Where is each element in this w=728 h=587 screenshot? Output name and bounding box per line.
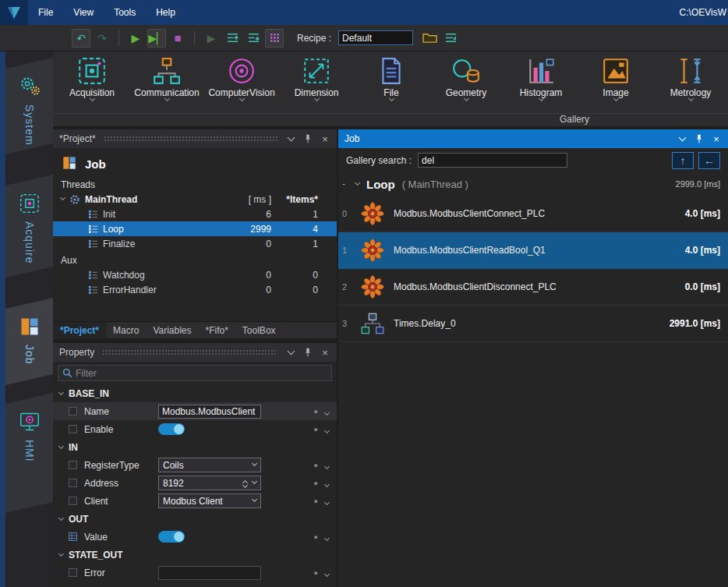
link-dot-icon[interactable]: ● <box>314 461 318 469</box>
pin-icon[interactable] <box>302 348 313 357</box>
chevron-down-icon[interactable] <box>58 550 64 556</box>
checkbox-icon[interactable] <box>69 479 77 487</box>
chevron-down-icon[interactable] <box>463 96 468 101</box>
chevron-down-icon[interactable] <box>58 443 64 448</box>
chevron-down-icon[interactable] <box>388 96 394 101</box>
chevron-down-icon[interactable] <box>58 515 64 520</box>
spinner-arrows-icon[interactable] <box>243 479 247 487</box>
recipe-input[interactable] <box>338 30 413 45</box>
link-dot-icon[interactable]: ● <box>314 408 318 415</box>
chevron-down-icon[interactable] <box>285 352 296 354</box>
chevron-down-icon[interactable] <box>538 96 543 101</box>
ribbon-item-communication[interactable]: Communication <box>139 56 195 101</box>
ribbon-item-metrology[interactable]: Metrology <box>663 56 719 101</box>
ribbon-item-dimension[interactable]: Dimension <box>288 56 345 101</box>
chevron-down-icon[interactable] <box>325 406 329 417</box>
tree-row-init[interactable]: Init 6 1 <box>53 207 337 221</box>
section-state-out[interactable]: STATE_OUT <box>53 546 337 564</box>
open-recipe-folder-button[interactable] <box>420 29 439 48</box>
job-item-disconnect[interactable]: 2 Modbus.ModbusClientDisconnect_PLC 0.0 … <box>338 269 728 306</box>
pin-icon[interactable] <box>694 134 705 143</box>
job-item-connect[interactable]: 0 Modbus.ModbusClientConnect_PLC 4.0 [ms… <box>338 196 728 232</box>
insert-above-button[interactable] <box>223 29 242 48</box>
ribbon-item-computervision[interactable]: ComputerVision <box>214 56 270 101</box>
chevron-down-icon[interactable] <box>164 96 169 101</box>
checkbox-icon[interactable] <box>69 461 77 469</box>
section-base-in[interactable]: BASE_IN <box>53 384 337 402</box>
tab-fifo[interactable]: *Fifo* <box>199 322 235 339</box>
chevron-down-icon[interactable] <box>677 138 687 140</box>
collapse-indicator[interactable]: - <box>342 179 348 189</box>
client-select[interactable]: Modbus Client <box>158 493 261 508</box>
link-dot-icon[interactable]: ● <box>314 479 318 487</box>
section-in[interactable]: IN <box>53 438 337 456</box>
close-icon[interactable]: × <box>320 133 330 145</box>
ribbon-item-acquisition[interactable]: Acquisition <box>64 56 120 101</box>
name-input[interactable] <box>158 405 261 419</box>
sidebar-tab-acquire[interactable]: Acquire <box>5 175 53 278</box>
ribbon-item-file[interactable]: File <box>363 56 419 101</box>
table-icon[interactable] <box>69 532 77 541</box>
job-item-readbool[interactable]: 1 Modbus.ModbusClientReadBool_Q1 4.0 [ms… <box>338 232 728 269</box>
chevron-down-icon[interactable] <box>325 460 329 471</box>
value-toggle[interactable] <box>158 531 185 543</box>
tab-macro[interactable]: Macro <box>106 322 146 339</box>
back-button[interactable]: ← <box>698 152 720 169</box>
ribbon-item-histogram[interactable]: Histogram <box>513 56 569 101</box>
gallery-toggle-button[interactable] <box>265 29 284 48</box>
job-item-delay[interactable]: 3 Times.Delay_0 2991.0 [ms] <box>338 306 728 342</box>
stop-button[interactable]: ■ <box>168 29 187 48</box>
tab-variables[interactable]: Variables <box>146 322 198 339</box>
chevron-down-icon[interactable] <box>325 532 329 543</box>
tree-row-errorhandler[interactable]: ErrorHandler 0 0 <box>53 282 337 297</box>
tree-row-mainthread[interactable]: MainThread [ ms ] *Items* <box>53 192 337 207</box>
sidebar-tab-system[interactable]: System <box>5 58 53 154</box>
chevron-down-icon[interactable] <box>325 496 329 507</box>
sidebar-tab-hmi[interactable]: HMI <box>5 393 53 513</box>
run-button[interactable]: ▶ <box>126 29 145 48</box>
section-out[interactable]: OUT <box>53 510 337 528</box>
menu-help[interactable]: Help <box>146 0 186 25</box>
redo-button[interactable]: ↷ <box>93 29 111 48</box>
close-icon[interactable]: × <box>320 347 330 359</box>
menu-view[interactable]: View <box>63 0 104 25</box>
tree-row-loop[interactable]: Loop 2999 4 <box>53 221 337 236</box>
tab-toolbox[interactable]: ToolBox <box>235 322 283 339</box>
chevron-down-icon[interactable] <box>325 478 329 489</box>
chevron-down-icon[interactable] <box>687 96 693 101</box>
address-spinner[interactable]: 8192 <box>158 476 261 490</box>
error-output-field[interactable] <box>158 566 261 580</box>
undo-button[interactable]: ↶ <box>72 29 90 48</box>
chevron-down-icon[interactable] <box>239 96 244 101</box>
chevron-down-icon[interactable] <box>285 138 296 140</box>
insert-below-button[interactable] <box>244 29 263 48</box>
chevron-down-icon[interactable] <box>60 195 65 200</box>
registertype-select[interactable]: Coils <box>158 458 261 472</box>
chevron-down-icon[interactable] <box>613 96 618 101</box>
link-dot-icon[interactable]: ● <box>314 533 318 541</box>
menu-tools[interactable]: Tools <box>104 0 146 25</box>
checkbox-icon[interactable] <box>69 407 77 415</box>
link-dot-icon[interactable]: ● <box>314 497 318 505</box>
chevron-down-icon[interactable] <box>355 179 360 185</box>
link-dot-icon[interactable]: ● <box>314 569 318 577</box>
step-button[interactable]: ▶ <box>202 29 221 48</box>
chevron-down-icon[interactable] <box>325 568 329 578</box>
sidebar-tab-job[interactable]: Job <box>5 298 53 385</box>
chevron-down-icon[interactable] <box>313 96 319 101</box>
recipe-list-button[interactable] <box>441 29 460 48</box>
chevron-down-icon[interactable] <box>89 96 94 101</box>
checkbox-icon[interactable] <box>69 568 77 577</box>
filter-input[interactable] <box>76 368 331 379</box>
tab-project[interactable]: *Project* <box>53 322 106 339</box>
chevron-down-icon[interactable] <box>325 424 329 435</box>
ribbon-item-geometry[interactable]: Geometry <box>438 56 494 101</box>
chevron-down-icon[interactable] <box>58 389 64 394</box>
run-continuous-button[interactable]: ▶▏ <box>147 29 166 48</box>
gallery-search-input[interactable] <box>418 153 567 168</box>
tree-row-finalize[interactable]: Finalize 0 1 <box>53 236 337 251</box>
checkbox-icon[interactable] <box>69 425 77 433</box>
loop-group-header[interactable]: - Loop ( MainThread ) 2999.0 [ms] <box>338 172 728 196</box>
checkbox-icon[interactable] <box>69 497 77 505</box>
enable-toggle[interactable] <box>158 423 185 435</box>
